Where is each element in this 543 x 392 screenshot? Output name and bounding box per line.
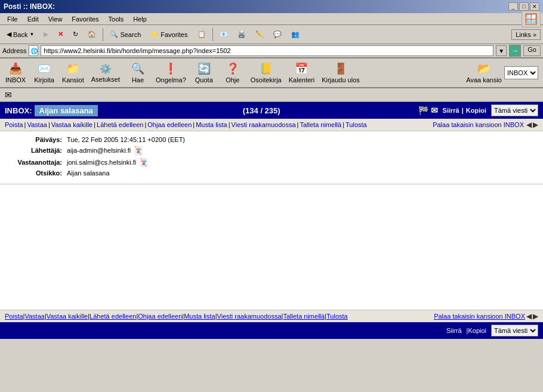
quota-btn[interactable]: 🔄 Quota (193, 62, 215, 84)
print-icon: 🖨️ (237, 30, 246, 38)
return-inbox-link-bottom[interactable]: Palaa takaisin kansioon INBOX (434, 313, 525, 320)
menu-favorites[interactable]: Favorites (67, 14, 103, 24)
search-icon: 🔍 (110, 30, 118, 38)
menu-bar: File Edit View Favorites Tools Help 🪟 (0, 13, 543, 25)
logout-icon: 🚪 (334, 62, 347, 75)
nav-print[interactable]: Tulosta (345, 121, 367, 128)
bottom-nav-print[interactable]: Tulosta (326, 313, 348, 320)
go-button[interactable]: Go (523, 45, 541, 56)
nav-save[interactable]: Talleta nimellä (300, 121, 341, 128)
inbox-btn[interactable]: 📥 INBOX (5, 62, 26, 84)
nav-delete[interactable]: Poista (5, 121, 23, 128)
nav-links-top: Poista | Vastaa | Vastaa kaikille | Lähe… (0, 119, 543, 131)
nav-reply-all[interactable]: Vastaa kaikille (51, 121, 93, 128)
bottom-nav-reply[interactable]: Vastaa (24, 313, 44, 320)
bottom-folder-dropdown[interactable]: Tämä viesti (491, 325, 538, 337)
menu-file[interactable]: File (2, 14, 23, 24)
search-button[interactable]: 🔍 Search (106, 27, 145, 42)
back-button[interactable]: ◀ Back ▼ (2, 27, 38, 42)
search-app-icon: 🔍 (131, 62, 144, 75)
favorites-button[interactable]: ⭐ Favorites (146, 27, 192, 42)
calendar-btn[interactable]: 📅 Kalenteri (289, 62, 314, 84)
settings-btn[interactable]: ⚙️ Asetukset (91, 63, 120, 83)
help-btn[interactable]: ❓ Ohje (222, 62, 243, 84)
bottom-nav-blacklist[interactable]: Musta lista (184, 313, 215, 320)
bottom-copy-link[interactable]: Kopioi (468, 327, 486, 334)
address-dropdown[interactable]: ▼ (496, 45, 507, 56)
history-button[interactable]: 📋 (193, 27, 210, 42)
from-label: Lähettäjä: (7, 147, 67, 154)
home-button[interactable]: 🏠 (84, 27, 100, 42)
bottom-nav-next-arrow[interactable]: ▶ (533, 312, 538, 320)
inbox-subject: Aijan salasana (35, 105, 98, 116)
folder-select-dropdown[interactable]: INBOX (504, 66, 538, 79)
inbox-header: INBOX: Aijan salasana (134 / 235) 🏁 ✉ Si… (0, 102, 543, 119)
to-icon[interactable]: 🃏 (138, 158, 149, 167)
logout-btn[interactable]: 🚪 Kirjaudu ulos (322, 62, 360, 84)
nav-raw[interactable]: Viesti raakamuodossa (232, 121, 296, 128)
nav-next-arrow[interactable]: ▶ (533, 121, 538, 129)
links-button[interactable]: Links » (511, 29, 541, 40)
bottom-nav-raw[interactable]: Viesti raakamuodossa (217, 313, 282, 320)
menu-help[interactable]: Help (128, 14, 152, 24)
compose-btn[interactable]: ✉️ Kirjoita (33, 62, 55, 84)
addressbook-icon: 📒 (260, 62, 273, 75)
return-inbox-link[interactable]: Palaa takaisin kansioon INBOX (433, 121, 524, 128)
bottom-nav-delete[interactable]: Poista (5, 313, 23, 320)
compose-label: Kirjoita (34, 76, 54, 84)
move-link[interactable]: Siirrä (443, 107, 459, 114)
menu-view[interactable]: View (44, 14, 67, 24)
search-app-btn[interactable]: 🔍 Hae (127, 62, 149, 84)
to-label: Vastaanottaja: (7, 159, 67, 166)
forward-button[interactable]: ▶ (39, 27, 53, 42)
problem-btn[interactable]: ❗ Ongelma? (156, 62, 186, 84)
compose-small-icon[interactable]: ✉ (5, 90, 12, 100)
flag-icon: 🏁 (418, 106, 428, 115)
inbox-title-label: INBOX: (5, 106, 32, 115)
address-label: Address (2, 47, 26, 54)
nav-redirect[interactable]: Ohjaa edelleen (147, 121, 192, 128)
bottom-nav-reply-all[interactable]: Vastaa kaikille (47, 313, 88, 320)
bottom-nav-forward[interactable]: Lähetä edelleen (90, 313, 136, 320)
print-button[interactable]: 🖨️ (233, 27, 250, 42)
addressbook-btn[interactable]: 📒 Osoitekirja (251, 62, 282, 84)
from-icon[interactable]: 🃏 (133, 146, 143, 155)
bottom-nav-save[interactable]: Talleta nimellä (283, 313, 325, 320)
bottom-move-link[interactable]: Siirrä (446, 327, 462, 334)
search-label: Search (120, 31, 141, 38)
problem-label: Ongelma? (156, 76, 186, 84)
pipe-sep: | (462, 107, 464, 114)
mail-button[interactable]: 📧 (215, 27, 232, 42)
nav-prev-arrow[interactable]: ◀ (526, 121, 532, 129)
small-icon-bar: ✉ (0, 88, 543, 102)
help-icon: ❓ (226, 62, 239, 75)
inbox-label: INBOX (5, 76, 26, 84)
refresh-icon: ↻ (73, 30, 78, 38)
close-button[interactable]: ✕ (530, 2, 539, 11)
menu-tools[interactable]: Tools (104, 14, 129, 24)
settings-label: Asetukset (91, 76, 120, 83)
nav-blacklist[interactable]: Musta lista (196, 121, 227, 128)
nav-reply[interactable]: Vastaa (27, 121, 47, 128)
refresh-button[interactable]: ↻ (69, 27, 82, 42)
return-inbox: Palaa takaisin kansioon INBOX ◀ ▶ (433, 121, 538, 129)
minimize-button[interactable]: _ (508, 2, 518, 11)
bottom-nav-prev-arrow[interactable]: ◀ (526, 312, 532, 320)
inbox-folder-dropdown[interactable]: Tämä viesti (491, 104, 538, 116)
window-controls[interactable]: _ □ ✕ (508, 2, 539, 11)
edit-toolbar-button[interactable]: ✏️ (251, 27, 268, 42)
stop-button[interactable]: ✕ (54, 27, 67, 42)
maximize-button[interactable]: □ (519, 2, 529, 11)
nav-forward[interactable]: Lähetä edelleen (97, 121, 143, 128)
users-button[interactable]: 👥 (287, 27, 304, 42)
copy-link[interactable]: Kopioi (466, 107, 486, 114)
folders-btn[interactable]: 📁 Kansiot (62, 62, 84, 84)
menu-edit[interactable]: Edit (23, 14, 44, 24)
open-folder-btn[interactable]: 📂 Avaa kansio (466, 62, 502, 84)
navigate-button[interactable]: → (509, 45, 521, 57)
discuss-button[interactable]: 💬 (269, 27, 286, 42)
address-input[interactable] (41, 45, 493, 56)
bottom-nav-redirect[interactable]: Ohjaa edelleen (138, 313, 182, 320)
message-body (0, 184, 543, 310)
app-toolbar: 📥 INBOX ✉️ Kirjoita 📁 Kansiot ⚙️ Asetuks… (0, 58, 543, 88)
